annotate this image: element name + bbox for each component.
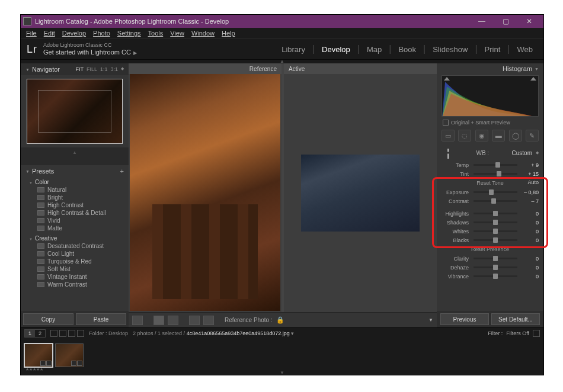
tint-slider[interactable]: Tint + 15 [442,169,539,178]
maximize-button[interactable]: ▢ [494,15,517,28]
navigator-header[interactable]: ▼ Navigator FIT FILL 1:1 3:1 ◆ [21,63,129,75]
preset-item[interactable]: Natural [29,186,129,194]
module-map[interactable]: Map [362,45,386,54]
menu-view[interactable]: View [167,30,187,37]
loupe-view-icon[interactable] [132,316,143,325]
brandbar: Lr Adobe Lightroom Classic CC Get starte… [21,38,543,60]
grid-view-icon[interactable] [50,330,57,337]
survey-view-icon[interactable] [77,330,84,337]
secondary-display-toggle[interactable]: 12 [24,329,46,338]
brush-tool-icon[interactable]: ✎ [526,130,539,142]
minimize-button[interactable]: — [470,15,494,28]
module-book[interactable]: Book [394,45,421,54]
reference-photo-label: Reference Photo : [225,317,273,323]
gradient-tool-icon[interactable]: ▬ [492,130,505,142]
preset-item[interactable]: Desaturated Contrast [29,242,129,250]
filter-lock-icon[interactable] [533,330,540,337]
brand-subtitle: Adobe Lightroom Classic CC Get started w… [43,43,137,56]
zoom-fill[interactable]: FILL [87,66,97,72]
close-button[interactable]: ✕ [517,15,541,28]
copy-button[interactable]: Copy [23,313,73,325]
wb-eyedropper-icon[interactable] [439,144,456,161]
set-default-button[interactable]: Set Default... [491,313,540,325]
module-print[interactable]: Print [480,45,506,54]
before-after-horiz-icon[interactable] [189,316,200,325]
module-web[interactable]: Web [513,45,538,54]
filter-dropdown[interactable]: Filters Off [506,330,529,336]
preset-item[interactable]: Soft Mist [29,265,129,273]
center-area: Reference Active Reference Photo : 🔒 [129,63,437,327]
ref-view-vert-icon[interactable] [168,316,178,325]
basic-panel: WB : Custom ◆ Temp + 9 Tint + 15 Reset T… [437,144,543,311]
before-after-vert-icon[interactable] [203,316,214,325]
whites-slider[interactable]: Whites 0 [442,227,539,236]
filmstrip-handle[interactable]: ▼ [21,372,543,375]
preset-item[interactable]: Cool Light [29,250,129,258]
wb-label: WB : [456,150,510,156]
lock-icon[interactable]: 🔒 [276,316,284,324]
preset-item[interactable]: Vivid [29,217,129,224]
menu-edit[interactable]: Edit [41,30,58,37]
wb-value[interactable]: Custom [512,150,532,156]
crop-tool-icon[interactable]: ▭ [442,130,455,142]
dehaze-slider[interactable]: Dehaze 0 [442,263,539,272]
add-preset-icon[interactable]: + [120,168,124,175]
blacks-slider[interactable]: Blacks 0 [442,236,539,245]
module-develop[interactable]: Develop [317,45,355,54]
preset-group-color[interactable]: Color [29,178,129,186]
spot-tool-icon[interactable]: ◌ [458,130,471,142]
presets-header[interactable]: ▼ Presets + [21,165,129,177]
zoom-1-1[interactable]: 1:1 [100,66,108,72]
clarity-slider[interactable]: Clarity 0 [442,254,539,263]
module-library[interactable]: Library [277,45,310,54]
menu-develop[interactable]: Develop [59,30,89,37]
preset-item[interactable]: Warm Contrast [29,281,129,288]
left-scroll-indicator[interactable] [21,147,129,165]
menu-file[interactable]: File [23,30,40,37]
highlights-slider[interactable]: Highlights 0 [442,209,539,218]
active-pane: Active [284,63,437,312]
preset-group-creative[interactable]: Creative [29,234,129,242]
histogram-header[interactable]: Histogram ▼ [437,63,543,74]
ref-view-horiz-icon[interactable] [153,316,164,325]
contrast-slider[interactable]: Contrast – 7 [442,197,539,205]
zoom-3-1[interactable]: 3:1 [110,66,118,72]
preset-item[interactable]: Bright [29,194,129,201]
redeye-tool-icon[interactable]: ◉ [475,130,488,142]
toolbar-more-icon[interactable]: ▼ [428,317,433,323]
vibrance-slider[interactable]: Vibrance 0 [442,272,539,281]
zoom-fit[interactable]: FIT [75,66,84,72]
titlebar[interactable]: Lightroom Catalog - Adobe Photoshop Ligh… [21,15,543,28]
menu-photo[interactable]: Photo [90,30,113,37]
preset-item[interactable]: High Contrast & Detail [29,209,129,217]
menu-tools[interactable]: Tools [145,30,167,37]
menu-settings[interactable]: Settings [114,30,144,37]
temp-slider[interactable]: Temp + 9 [442,160,539,169]
exposure-slider[interactable]: Exposure – 0,80 [442,188,539,197]
filmstrip-thumb[interactable] [24,343,53,367]
wb-dropdown-icon[interactable]: ◆ [536,150,539,155]
module-slideshow[interactable]: Slideshow [428,45,472,54]
filmstrip-thumb[interactable] [55,343,84,367]
active-label: Active [284,63,437,74]
previous-button[interactable]: Previous [440,313,489,325]
compare-view-icon[interactable] [68,330,75,337]
active-image[interactable] [301,155,420,232]
shadows-slider[interactable]: Shadows 0 [442,218,539,227]
loupe-view-icon[interactable] [59,330,66,337]
preset-item[interactable]: High Contrast [29,201,129,209]
paste-button[interactable]: Paste [76,313,126,325]
menu-help[interactable]: Help [219,30,238,37]
menu-window[interactable]: Window [188,30,217,37]
auto-tone-button[interactable]: Auto [527,179,539,185]
histogram-display[interactable] [442,75,539,117]
preset-item[interactable]: Vintage Instant [29,273,129,281]
zoom-more-icon[interactable]: ◆ [121,66,124,72]
preset-item[interactable]: Matte [29,224,129,232]
radial-tool-icon[interactable]: ◯ [509,130,522,142]
reference-image[interactable] [130,74,280,311]
filter-label: Filter : [488,330,503,336]
folder-path[interactable]: Folder : Desktop [89,330,128,336]
preset-item[interactable]: Turquoise & Red [29,258,129,265]
navigator-thumbnail[interactable] [27,79,123,144]
